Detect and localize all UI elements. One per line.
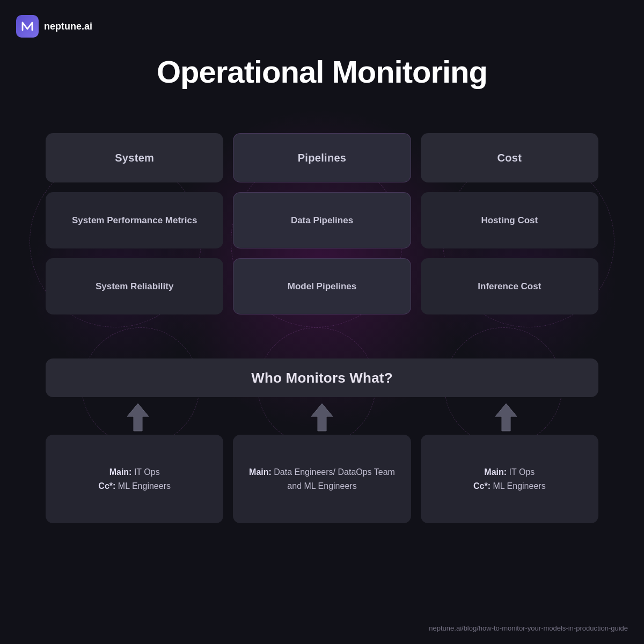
card-system-performance: System Performance Metrics <box>46 192 223 248</box>
bottom-card-right-main-label: Main: <box>484 467 507 477</box>
logo-area: neptune.ai <box>16 15 92 38</box>
card-pipelines-header: Pipelines <box>233 133 411 182</box>
bottom-card-left-cc-label: Cc*: <box>98 481 115 491</box>
bottom-card-left-main-label: Main: <box>109 467 132 477</box>
bottom-card-right-main-value: IT Ops <box>509 467 535 477</box>
bottom-card-right: Main: IT Ops Cc*: ML Engineers <box>421 435 598 523</box>
logo-text: neptune.ai <box>44 21 92 32</box>
bottom-card-left-cc-value: ML Engineers <box>118 481 171 491</box>
bottom-card-right-cc-label: Cc*: <box>473 481 491 491</box>
arrow-right <box>494 402 518 432</box>
card-system-reliability: System Reliability <box>46 258 223 314</box>
who-monitors-bar: Who Monitors What? <box>46 358 598 397</box>
bottom-card-mid-main-value: Data Engineers/ DataOps Team and ML Engi… <box>274 467 395 491</box>
who-monitors-text: Who Monitors What? <box>251 370 393 386</box>
card-model-pipelines: Model Pipelines <box>233 258 411 314</box>
bottom-card-right-text: Main: IT Ops Cc*: ML Engineers <box>473 465 546 493</box>
page-title: Operational Monitoring <box>0 54 644 90</box>
cards-grid: System Pipelines Cost System Performance… <box>46 133 598 314</box>
arrow-left <box>126 402 150 432</box>
svg-marker-1 <box>311 404 333 431</box>
card-cost-header: Cost <box>421 133 598 182</box>
bottom-card-left: Main: IT Ops Cc*: ML Engineers <box>46 435 223 523</box>
logo-icon <box>16 15 39 38</box>
card-hosting-cost: Hosting Cost <box>421 192 598 248</box>
arrow-mid <box>310 402 334 432</box>
bottom-card-right-cc-value: ML Engineers <box>493 481 546 491</box>
bottom-card-left-main-value: IT Ops <box>134 467 160 477</box>
bottom-cards: Main: IT Ops Cc*: ML Engineers Main: Dat… <box>46 435 598 523</box>
svg-marker-2 <box>495 404 517 431</box>
bottom-card-mid-main-label: Main: <box>249 467 272 477</box>
bottom-card-left-text: Main: IT Ops Cc*: ML Engineers <box>98 465 171 493</box>
card-inference-cost: Inference Cost <box>421 258 598 314</box>
footer-link: neptune.ai/blog/how-to-monitor-your-mode… <box>429 624 628 632</box>
arrows-row <box>46 402 598 432</box>
bottom-card-mid-text: Main: Data Engineers/ DataOps Team and M… <box>244 465 400 493</box>
bottom-card-mid: Main: Data Engineers/ DataOps Team and M… <box>233 435 411 523</box>
card-data-pipelines: Data Pipelines <box>233 192 411 248</box>
card-system-header: System <box>46 133 223 182</box>
svg-marker-0 <box>127 404 149 431</box>
